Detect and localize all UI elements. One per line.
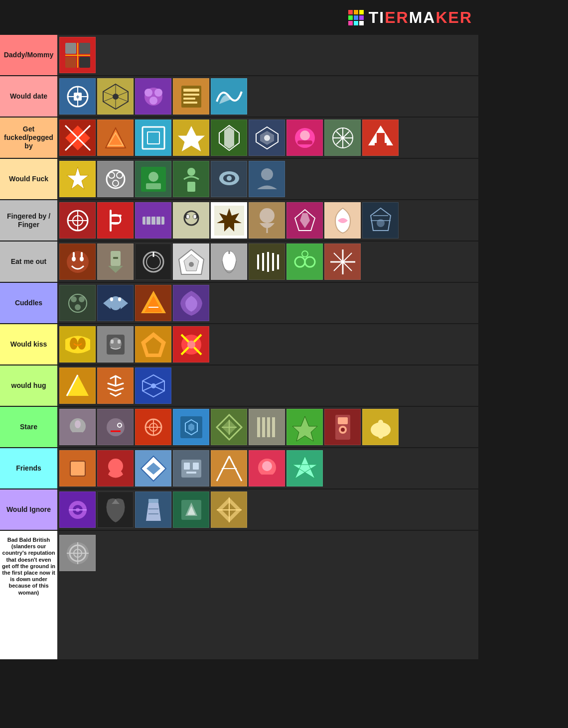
svg-rect-56 <box>377 133 385 143</box>
svg-rect-83 <box>101 206 131 236</box>
tier-label-fingered: Fingered by / Finger <box>0 200 57 241</box>
tier-row-eatme: Eat me out <box>0 242 478 283</box>
list-item <box>135 78 171 115</box>
tier-items-ignore <box>57 489 478 530</box>
tier-label-hug: would hug <box>0 365 57 406</box>
tier-items-stare <box>57 407 478 447</box>
list-item <box>249 161 285 197</box>
tier-list: Daddy/Mommy Would date <box>0 35 478 660</box>
svg-point-22 <box>154 89 162 97</box>
list-item <box>97 202 134 239</box>
list-item <box>286 450 323 486</box>
svg-rect-3 <box>65 57 76 68</box>
tier-items-daddy <box>57 35 478 75</box>
svg-rect-2 <box>79 43 90 54</box>
list-item <box>59 120 96 156</box>
svg-point-236 <box>262 461 272 471</box>
svg-point-215 <box>378 420 383 425</box>
page-container: TiERMAKER Daddy/Mommy <box>0 0 478 660</box>
list-item <box>211 409 247 445</box>
tier-label-stare: Stare <box>0 407 57 447</box>
tier-row-getfucked: Get fucked/pegged by <box>0 118 478 159</box>
tier-row-fingered: Fingered by / Finger <box>0 200 478 242</box>
svg-point-77 <box>261 168 273 180</box>
svg-point-50 <box>300 130 310 140</box>
list-item <box>97 409 134 445</box>
list-item <box>249 409 285 445</box>
logo-text: TiERMAKER <box>369 8 472 27</box>
list-item <box>211 120 247 156</box>
svg-rect-203 <box>267 417 270 437</box>
list-item <box>97 78 134 115</box>
daddy-icon-1 <box>63 40 93 70</box>
list-item <box>97 491 134 528</box>
list-item <box>362 120 399 156</box>
svg-rect-201 <box>257 417 260 437</box>
list-item <box>324 409 361 445</box>
svg-point-23 <box>149 97 157 105</box>
svg-point-104 <box>377 219 385 227</box>
tier-label-bad: Bad Bald British (slanders our country's… <box>0 531 57 659</box>
tier-label-ignore: Would Ignore <box>0 489 57 530</box>
logo-square-6 <box>359 15 364 20</box>
list-item <box>135 491 171 528</box>
list-item <box>135 409 171 445</box>
list-item <box>249 202 285 239</box>
list-item <box>286 243 323 280</box>
list-item <box>286 202 323 239</box>
svg-rect-245 <box>148 499 158 503</box>
tier-label-eatme: Eat me out <box>0 242 57 282</box>
svg-rect-1 <box>65 43 76 54</box>
list-item <box>97 450 134 486</box>
tier-row-ignore: Would Ignore <box>0 489 478 531</box>
svg-rect-94 <box>186 215 189 219</box>
tiermaker-logo: TiERMAKER <box>348 8 472 27</box>
tier-row-kiss: Would kiss <box>0 324 478 365</box>
tier-label-getfucked: Get fucked/pegged by <box>0 118 57 158</box>
tier-items-cuddles <box>57 283 478 323</box>
list-item <box>97 367 134 404</box>
svg-point-144 <box>75 304 81 310</box>
list-item <box>211 78 247 115</box>
tier-label-wouldfuck: Would Fuck <box>0 159 57 199</box>
list-item <box>211 450 247 486</box>
svg-rect-208 <box>338 417 348 424</box>
date-icon-2 <box>101 82 131 112</box>
list-item <box>135 243 171 280</box>
svg-rect-218 <box>70 461 85 476</box>
tier-items-hug <box>57 365 478 406</box>
svg-rect-95 <box>193 215 196 219</box>
tier-label-date: Would date <box>0 76 57 117</box>
svg-text:+: + <box>76 94 79 101</box>
logo-square-2 <box>354 10 358 14</box>
svg-point-183 <box>107 418 125 436</box>
svg-rect-27 <box>183 94 199 96</box>
tier-row-stare: Stare <box>0 407 478 448</box>
list-item <box>286 120 323 156</box>
svg-rect-57 <box>375 143 387 145</box>
tier-row-wouldfuck: Would Fuck <box>0 159 478 200</box>
tier-items-kiss <box>57 324 478 364</box>
svg-point-108 <box>80 256 84 261</box>
svg-point-169 <box>187 341 195 349</box>
header: TiERMAKER <box>0 0 478 35</box>
svg-rect-227 <box>184 463 190 470</box>
list-item <box>173 161 209 197</box>
list-item <box>211 491 247 528</box>
list-item <box>97 120 134 156</box>
svg-point-148 <box>118 297 121 301</box>
list-item <box>97 161 134 197</box>
list-item <box>173 243 209 280</box>
date-icon-1: + <box>63 82 93 112</box>
svg-point-181 <box>75 420 81 428</box>
svg-rect-202 <box>262 417 265 437</box>
list-item <box>135 120 171 156</box>
list-item <box>173 120 209 156</box>
tier-items-date: + <box>57 76 478 117</box>
list-item <box>97 243 134 280</box>
svg-rect-4 <box>79 57 90 68</box>
tier-label-kiss: Would kiss <box>0 324 57 364</box>
logo-square-8 <box>354 21 358 25</box>
list-item: + <box>59 78 96 115</box>
svg-point-18 <box>113 94 119 100</box>
